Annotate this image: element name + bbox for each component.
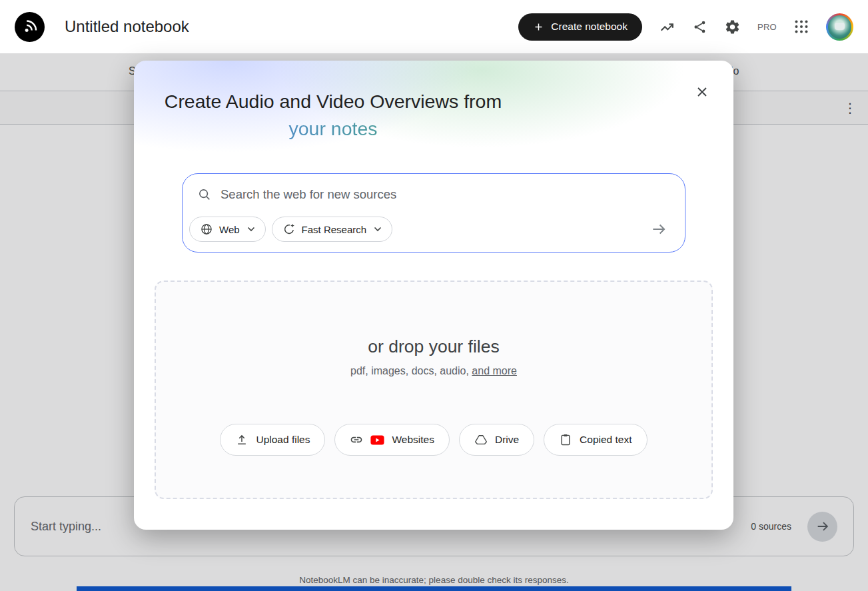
research-mode-dropdown[interactable]: Fast Research	[272, 217, 393, 242]
add-sources-dialog: Create Audio and Video Overviews from yo…	[134, 61, 733, 530]
chevron-down-icon	[247, 227, 255, 233]
share-icon[interactable]	[692, 19, 707, 35]
file-dropzone[interactable]: or drop your files pdf, images, docs, au…	[155, 281, 713, 499]
dropzone-subtitle-text: pdf, images, docs, audio,	[350, 365, 472, 376]
websites-label: Websites	[392, 434, 434, 446]
close-icon[interactable]	[692, 82, 712, 102]
avatar-image	[828, 15, 851, 39]
dropzone-title: or drop your files	[156, 336, 711, 357]
apps-grid-icon[interactable]	[793, 19, 809, 35]
youtube-icon	[370, 435, 384, 445]
drive-button[interactable]: Drive	[459, 424, 534, 456]
analytics-icon[interactable]	[659, 19, 675, 35]
upload-files-button[interactable]: Upload files	[220, 424, 325, 456]
search-filters: Web Fast Research	[189, 217, 392, 242]
upload-icon	[235, 433, 248, 446]
drive-icon	[474, 433, 488, 446]
link-icon	[350, 433, 363, 446]
and-more-link[interactable]: and more	[472, 365, 517, 376]
notebooklm-logo-icon[interactable]	[15, 12, 45, 42]
copied-text-label: Copied text	[580, 434, 632, 446]
clipboard-icon	[559, 433, 572, 446]
web-filter-dropdown[interactable]: Web	[189, 217, 266, 242]
search-submit-arrow-icon[interactable]	[648, 218, 670, 241]
drive-label: Drive	[495, 434, 519, 446]
chevron-down-icon	[374, 227, 382, 233]
dialog-title-line2: your notes	[153, 115, 514, 143]
websites-button[interactable]: Websites	[334, 424, 449, 456]
globe-icon	[200, 223, 213, 236]
copied-text-button[interactable]: Copied text	[544, 424, 647, 456]
source-buttons-row: Upload files Websites Drive	[156, 424, 711, 456]
settings-gear-icon[interactable]	[724, 19, 741, 35]
notebook-title[interactable]: Untitled notebook	[65, 17, 189, 36]
research-mode-label: Fast Research	[302, 224, 367, 235]
sparkle-search-icon	[282, 223, 296, 236]
header-actions: Create notebook PRO	[518, 13, 853, 41]
app-header: Untitled notebook Create notebook	[0, 0, 868, 53]
plus-icon	[533, 21, 544, 33]
user-avatar[interactable]	[826, 13, 853, 41]
dialog-title-line1: Create Audio and Video Overviews from	[153, 88, 514, 115]
dialog-title: Create Audio and Video Overviews from yo…	[153, 88, 514, 143]
upload-files-label: Upload files	[256, 434, 310, 446]
web-search-box: Web Fast Research	[182, 173, 685, 253]
create-notebook-label: Create notebook	[551, 21, 628, 33]
notebooklm-app: Untitled notebook Create notebook	[0, 0, 868, 591]
search-input[interactable]	[220, 187, 670, 202]
dropzone-subtitle: pdf, images, docs, audio, and more	[156, 365, 711, 377]
pro-badge: PRO	[757, 22, 777, 32]
web-filter-label: Web	[219, 224, 240, 235]
create-notebook-button[interactable]: Create notebook	[518, 13, 642, 41]
search-icon	[197, 187, 212, 202]
